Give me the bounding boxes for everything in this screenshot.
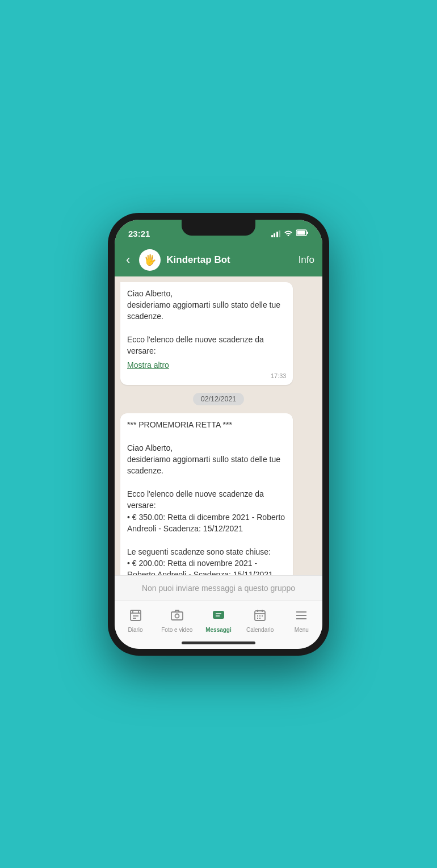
- phone-screen: 23:21: [115, 220, 322, 649]
- message-bubble-second: *** PROMEMORIA RETTA *** Ciao Alberto, d…: [120, 413, 293, 575]
- date-badge: 02/12/2021: [193, 393, 245, 405]
- signal-icon: [271, 230, 281, 237]
- svg-rect-3: [131, 610, 141, 620]
- notch: [182, 220, 255, 236]
- info-button[interactable]: Info: [299, 254, 314, 266]
- diario-icon: [129, 609, 142, 626]
- bot-icon: 🖐️: [144, 254, 156, 266]
- messaggi-icon: [212, 609, 225, 626]
- foto-icon: [170, 609, 184, 626]
- mostra-altro-link[interactable]: Mostra altro: [127, 360, 169, 370]
- chat-area: Ciao Alberto,desideriamo aggiornarti sul…: [115, 276, 322, 575]
- chat-title: Kindertap Bot: [166, 254, 292, 266]
- messaggi-label: Messaggi: [205, 627, 232, 633]
- calendario-label: Calendario: [246, 627, 274, 633]
- bot-avatar: 🖐️: [139, 249, 161, 271]
- battery-icon: [296, 229, 309, 238]
- status-icons: [271, 229, 309, 238]
- phone-frame: 23:21: [108, 213, 329, 656]
- home-bar: [182, 641, 255, 644]
- back-button[interactable]: ‹: [123, 251, 133, 269]
- svg-rect-2: [307, 232, 309, 234]
- svg-rect-1: [297, 231, 305, 235]
- nav-item-calendario[interactable]: Calendario: [244, 609, 276, 633]
- message-text-first: Ciao Alberto,desideriamo aggiornarti sul…: [127, 288, 286, 357]
- message-bubble-first: Ciao Alberto,desideriamo aggiornarti sul…: [120, 282, 293, 385]
- nav-item-messaggi[interactable]: Messaggi: [203, 609, 234, 633]
- wifi-icon: [284, 229, 293, 238]
- status-time: 23:21: [128, 229, 150, 238]
- svg-rect-9: [171, 612, 183, 620]
- home-indicator: [115, 638, 322, 649]
- diario-label: Diario: [128, 627, 143, 633]
- menu-label: Menu: [295, 627, 309, 633]
- message-time-first: 17:33: [127, 372, 286, 379]
- date-separator: 02/12/2021: [120, 393, 317, 405]
- message-text-second: *** PROMEMORIA RETTA *** Ciao Alberto, d…: [127, 419, 286, 575]
- nav-item-foto-video[interactable]: Foto e video: [161, 609, 193, 633]
- no-message-text: Non puoi inviare messaggi a questo grupp…: [142, 584, 295, 593]
- chat-header: ‹ 🖐️ Kindertap Bot Info: [115, 245, 322, 276]
- bottom-nav: Diario Foto e video: [115, 601, 322, 638]
- calendario-icon: [253, 609, 267, 626]
- nav-item-menu[interactable]: Menu: [285, 609, 317, 633]
- svg-rect-11: [213, 611, 224, 619]
- no-message-bar: Non puoi inviare messaggi a questo grupp…: [115, 575, 322, 601]
- svg-point-10: [175, 614, 179, 618]
- foto-label: Foto e video: [161, 627, 192, 633]
- menu-icon: [295, 609, 308, 626]
- nav-item-diario[interactable]: Diario: [120, 609, 152, 633]
